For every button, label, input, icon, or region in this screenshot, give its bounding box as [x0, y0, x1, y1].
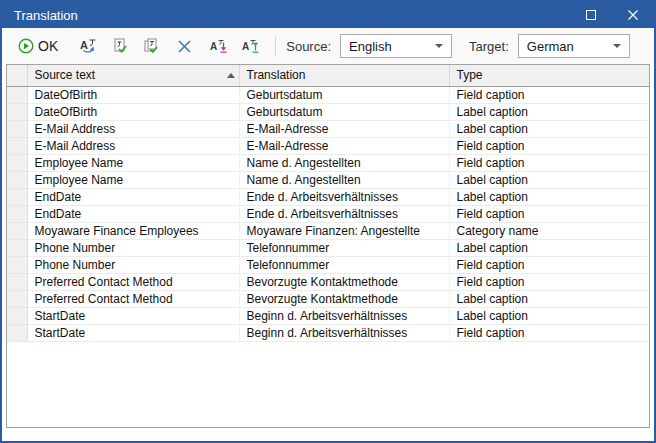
cell-translation[interactable]: Beginn d. Arbeitsverhältnisses: [239, 324, 449, 341]
column-header-type[interactable]: Type: [449, 65, 649, 86]
window-title: Translation: [14, 8, 78, 23]
column-header-source-text[interactable]: Source text: [27, 65, 239, 86]
cell-translation[interactable]: Name d. Angestellten: [239, 171, 449, 188]
cell-source-text[interactable]: EndDate: [27, 188, 239, 205]
cell-translation[interactable]: Telefonnummer: [239, 256, 449, 273]
table-row[interactable]: Phone Number Telefonnummer Field caption: [7, 256, 649, 273]
cell-type[interactable]: Label caption: [449, 103, 649, 120]
validate-all-translations-button[interactable]: [139, 35, 163, 57]
translate-button[interactable]: A: [76, 35, 101, 57]
table-row[interactable]: StartDate Beginn d. Arbeitsverhältnisses…: [7, 324, 649, 341]
maximize-icon: [586, 10, 596, 20]
ok-button[interactable]: OK: [14, 35, 61, 57]
cell-source-text[interactable]: Employee Name: [27, 171, 239, 188]
cell-source-text[interactable]: Phone Number: [27, 256, 239, 273]
cell-translation[interactable]: Bevorzugte Kontaktmethode: [239, 290, 449, 307]
cell-source-text[interactable]: Moyaware Finance Employees: [27, 222, 239, 239]
cell-source-text[interactable]: Preferred Contact Method: [27, 273, 239, 290]
column-header-translation[interactable]: Translation: [239, 65, 449, 86]
cell-translation[interactable]: Geburtsdatum: [239, 86, 449, 103]
row-indicator: [7, 86, 27, 103]
import-translations-button[interactable]: A: [207, 35, 232, 57]
toolbar-separator: [275, 36, 276, 56]
cell-source-text[interactable]: Phone Number: [27, 239, 239, 256]
table-row[interactable]: E-Mail Address E-Mail-Adresse Field capt…: [7, 137, 649, 154]
row-indicator: [7, 307, 27, 324]
cell-type[interactable]: Field caption: [449, 205, 649, 222]
target-label: Target:: [469, 39, 509, 54]
row-indicator: [7, 256, 27, 273]
row-indicator: [7, 188, 27, 205]
delete-translation-button[interactable]: [173, 36, 196, 57]
table-row[interactable]: DateOfBirth Geburtsdatum Field caption: [7, 86, 649, 103]
cell-type[interactable]: Field caption: [449, 154, 649, 171]
svg-text:A: A: [80, 39, 88, 51]
titlebar: Translation: [2, 2, 654, 28]
row-indicator: [7, 137, 27, 154]
cell-translation[interactable]: Telefonnummer: [239, 239, 449, 256]
cell-translation[interactable]: Ende d. Arbeitsverhältnisses: [239, 188, 449, 205]
cell-type[interactable]: Field caption: [449, 137, 649, 154]
row-indicator: [7, 103, 27, 120]
target-language-select[interactable]: German: [518, 34, 630, 58]
column-header-label: Source text: [35, 68, 96, 82]
close-button[interactable]: [612, 2, 654, 28]
table-row[interactable]: Phone Number Telefonnummer Label caption: [7, 239, 649, 256]
table-row[interactable]: Employee Name Name d. Angestellten Label…: [7, 171, 649, 188]
row-indicator: [7, 120, 27, 137]
cell-type[interactable]: Label caption: [449, 120, 649, 137]
sort-ascending-icon: [227, 73, 235, 78]
target-language-value: German: [527, 39, 574, 54]
cell-source-text[interactable]: StartDate: [27, 307, 239, 324]
cell-translation[interactable]: Bevorzugte Kontaktmethode: [239, 273, 449, 290]
chevron-down-icon: [613, 44, 621, 48]
cell-source-text[interactable]: StartDate: [27, 324, 239, 341]
cell-type[interactable]: Field caption: [449, 86, 649, 103]
cell-type[interactable]: Label caption: [449, 307, 649, 324]
cell-type[interactable]: Field caption: [449, 256, 649, 273]
cell-type[interactable]: Label caption: [449, 290, 649, 307]
table-row[interactable]: E-Mail Address E-Mail-Adresse Label capt…: [7, 120, 649, 137]
cell-source-text[interactable]: E-Mail Address: [27, 137, 239, 154]
cell-source-text[interactable]: DateOfBirth: [27, 103, 239, 120]
cell-source-text[interactable]: E-Mail Address: [27, 120, 239, 137]
cell-type[interactable]: Label caption: [449, 171, 649, 188]
cell-source-text[interactable]: EndDate: [27, 205, 239, 222]
validate-translation-button[interactable]: [108, 35, 132, 57]
table-row[interactable]: StartDate Beginn d. Arbeitsverhältnisses…: [7, 307, 649, 324]
row-indicator: [7, 222, 27, 239]
source-language-select[interactable]: English: [340, 34, 452, 58]
table-row[interactable]: EndDate Ende d. Arbeitsverhältnisses Fie…: [7, 205, 649, 222]
cell-translation[interactable]: Beginn d. Arbeitsverhältnisses: [239, 307, 449, 324]
table-row[interactable]: Preferred Contact Method Bevorzugte Kont…: [7, 290, 649, 307]
column-header-label: Translation: [247, 68, 306, 82]
cell-source-text[interactable]: Employee Name: [27, 154, 239, 171]
cell-type[interactable]: Label caption: [449, 239, 649, 256]
cell-source-text[interactable]: Preferred Contact Method: [27, 290, 239, 307]
cell-type[interactable]: Field caption: [449, 273, 649, 290]
maximize-button[interactable]: [570, 2, 612, 28]
table-row[interactable]: Moyaware Finance Employees Moyaware Fina…: [7, 222, 649, 239]
row-indicator: [7, 324, 27, 341]
cell-translation[interactable]: E-Mail-Adresse: [239, 137, 449, 154]
export-translations-button[interactable]: A: [239, 35, 264, 57]
cell-source-text[interactable]: DateOfBirth: [27, 86, 239, 103]
cell-translation[interactable]: Ende d. Arbeitsverhältnisses: [239, 205, 449, 222]
cell-translation[interactable]: E-Mail-Adresse: [239, 120, 449, 137]
table-row[interactable]: Employee Name Name d. Angestellten Field…: [7, 154, 649, 171]
row-indicator: [7, 273, 27, 290]
close-icon: [627, 9, 639, 21]
cell-type[interactable]: Label caption: [449, 188, 649, 205]
grid-header-row: Source text Translation Type: [7, 65, 649, 86]
cell-translation[interactable]: Geburtsdatum: [239, 103, 449, 120]
cell-type[interactable]: Field caption: [449, 324, 649, 341]
translate-icon: A: [79, 37, 98, 55]
cell-translation[interactable]: Name d. Angestellten: [239, 154, 449, 171]
cell-translation[interactable]: Moyaware Finanzen: Angestellte: [239, 222, 449, 239]
table-row[interactable]: DateOfBirth Geburtsdatum Label caption: [7, 103, 649, 120]
table-row[interactable]: EndDate Ende d. Arbeitsverhältnisses Lab…: [7, 188, 649, 205]
run-ok-icon: [17, 37, 35, 55]
export-translations-icon: A: [242, 37, 261, 55]
cell-type[interactable]: Category name: [449, 222, 649, 239]
table-row[interactable]: Preferred Contact Method Bevorzugte Kont…: [7, 273, 649, 290]
